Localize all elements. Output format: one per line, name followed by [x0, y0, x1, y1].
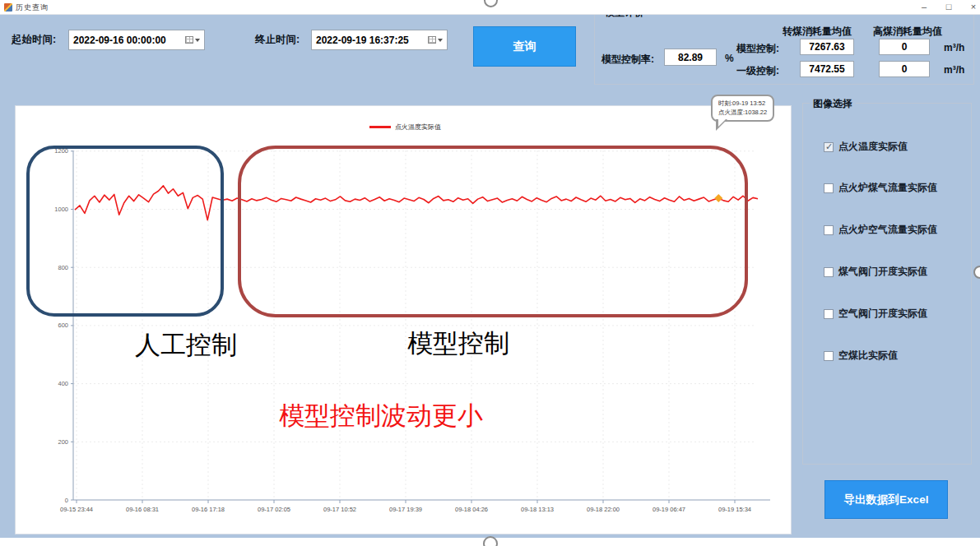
- svg-text:09-18 04:26: 09-18 04:26: [455, 506, 488, 513]
- start-time-picker[interactable]: 2022-09-16 00:00:00: [68, 30, 205, 50]
- svg-text:09-17 19:39: 09-17 19:39: [389, 506, 422, 513]
- checkbox-furnace-gas-flow[interactable]: 点火炉煤气流量实际值: [824, 181, 937, 195]
- overlay-handle-bottom-icon: [483, 536, 498, 546]
- svg-text:200: 200: [58, 438, 68, 446]
- export-excel-button[interactable]: 导出数据到Excel: [824, 480, 948, 519]
- col-header-high-coal-avg: 高煤消耗量均值: [873, 25, 942, 39]
- end-time-label: 终止时间:: [255, 33, 300, 47]
- checkbox-furnace-air-flow[interactable]: 点火炉空气流量实际值: [824, 223, 937, 237]
- model-control-unit: m³/h: [944, 42, 964, 53]
- checkbox-air-coal-ratio[interactable]: 空煤比实际值: [824, 349, 898, 363]
- start-time-label: 起始时间:: [12, 33, 56, 47]
- manual-control-annotation-label: 人工控制: [135, 328, 237, 363]
- maximize-button[interactable]: □: [940, 1, 958, 13]
- model-control-value-2[interactable]: 0: [879, 39, 930, 55]
- minimize-button[interactable]: –: [915, 1, 933, 13]
- tooltip-time: 时刻:09-19 13:52: [718, 99, 767, 108]
- model-control-rate-label: 模型控制率:: [601, 53, 654, 67]
- svg-text:09-17 10:52: 09-17 10:52: [323, 506, 356, 513]
- checkbox-icon[interactable]: [824, 183, 834, 193]
- manual-control-annotation-box: [26, 146, 224, 317]
- svg-text:09-18 13:13: 09-18 13:13: [521, 506, 554, 513]
- svg-text:09-18 22:00: 09-18 22:00: [587, 506, 620, 513]
- col-header-coal-gas-avg: 转煤消耗量均值: [783, 25, 852, 39]
- image-selector-title: 图像选择: [810, 97, 856, 111]
- start-time-value: 2022-09-16 00:00:00: [73, 35, 185, 46]
- level1-control-value-1[interactable]: 7472.55: [800, 61, 854, 77]
- level1-control-unit: m³/h: [944, 64, 964, 76]
- checkbox-icon[interactable]: [824, 267, 834, 277]
- level1-control-row-label: 一级控制:: [736, 64, 779, 78]
- model-control-annotation-label: 模型控制: [407, 326, 509, 361]
- checkbox-air-valve-opening[interactable]: 空气阀门开度实际值: [824, 307, 927, 321]
- checkbox-icon[interactable]: [824, 225, 834, 235]
- app-icon: [4, 3, 12, 12]
- checkbox-icon[interactable]: [824, 142, 834, 152]
- checkbox-ignition-temperature[interactable]: 点火温度实际值: [824, 140, 908, 154]
- fluctuation-note: 模型控制波动更小: [279, 399, 483, 433]
- model-control-annotation-box: [238, 146, 748, 317]
- checkbox-icon[interactable]: [824, 351, 834, 361]
- end-time-value: 2022-09-19 16:37:25: [316, 35, 428, 46]
- calendar-dropdown-icon[interactable]: [428, 36, 443, 44]
- rate-unit-label: %: [725, 53, 734, 64]
- svg-text:09-16 08:31: 09-16 08:31: [126, 506, 159, 513]
- model-control-rate-value[interactable]: 82.89: [664, 49, 717, 66]
- chart-legend: 点火温度实际值: [369, 123, 441, 132]
- svg-text:600: 600: [58, 322, 68, 329]
- svg-text:09-16 17:18: 09-16 17:18: [192, 506, 225, 513]
- svg-text:09-19 15:34: 09-19 15:34: [718, 506, 751, 513]
- close-button[interactable]: ×: [964, 1, 980, 13]
- tooltip-value: 点火温度:1038.22: [718, 108, 767, 117]
- legend-label: 点火温度实际值: [395, 123, 441, 132]
- svg-text:09-19 06:47: 09-19 06:47: [653, 506, 685, 513]
- checkbox-gas-valve-opening[interactable]: 煤气阀门开度实际值: [824, 265, 927, 279]
- window-title: 历史查询: [16, 2, 49, 13]
- level1-control-value-2[interactable]: 0: [879, 61, 930, 77]
- model-control-row-label: 模型控制:: [736, 42, 779, 56]
- end-time-picker[interactable]: 2022-09-19 16:37:25: [311, 30, 448, 50]
- svg-text:09-17 02:05: 09-17 02:05: [258, 506, 290, 513]
- query-button[interactable]: 查询: [473, 26, 576, 67]
- legend-line-icon: [369, 126, 391, 128]
- datapoint-tooltip: 时刻:09-19 13:52 点火温度:1038.22: [711, 95, 774, 122]
- model-evaluation-group: 模型评价 转煤消耗量均值 高煤消耗量均值 模型控制率: 82.89 % 模型控制…: [594, 12, 974, 85]
- svg-text:09-15 23:44: 09-15 23:44: [60, 506, 93, 513]
- checkbox-icon[interactable]: [824, 309, 834, 319]
- model-control-value-1[interactable]: 7267.63: [800, 39, 854, 55]
- image-selector-group: 图像选择 点火温度实际值 点火炉煤气流量实际值 点火炉空气流量实际值 煤气阀门开…: [802, 103, 972, 465]
- svg-text:0: 0: [65, 497, 68, 504]
- chart-panel: 02004006008001000120009-15 23:4409-16 08…: [15, 105, 792, 534]
- calendar-dropdown-icon[interactable]: [185, 36, 200, 44]
- svg-text:400: 400: [58, 380, 68, 387]
